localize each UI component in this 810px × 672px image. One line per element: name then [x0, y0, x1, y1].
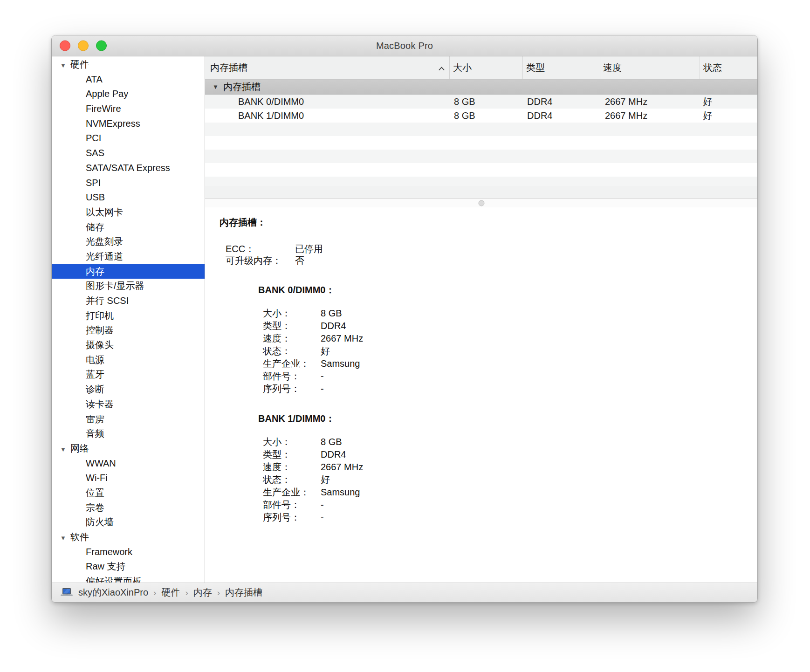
detail-row-serial-number: 序列号：- — [263, 383, 753, 395]
cell-speed: 2667 MHz — [600, 110, 700, 121]
sidebar-group-network[interactable]: ▼网络 — [52, 441, 205, 456]
sidebar-group-label: 硬件 — [70, 59, 89, 69]
sidebar-item-memory[interactable]: 内存 — [52, 264, 205, 279]
sidebar-item-firewall[interactable]: 防火墙 — [52, 515, 205, 530]
table-row-bank0[interactable]: BANK 0/DIMM0 8 GB DDR4 2667 MHz 好 — [205, 95, 757, 109]
sidebar-item-power[interactable]: 电源 — [52, 353, 205, 368]
status-bar: sky的XiaoXinPro › 硬件 › 内存 › 内存插槽 — [52, 583, 757, 602]
sidebar-item-preference-panes[interactable]: 偏好设置面板 — [52, 574, 205, 583]
sidebar-item-raw-support[interactable]: Raw 支持 — [52, 559, 205, 574]
detail-value: - — [321, 384, 324, 394]
breadcrumb: sky的XiaoXinPro › 硬件 › 内存 › 内存插槽 — [78, 586, 262, 599]
detail-value: Samsung — [321, 358, 360, 369]
title-bar[interactable]: MacBook Pro — [52, 35, 757, 56]
column-header-status[interactable]: 状态 — [700, 56, 757, 79]
sidebar-item-fibre-channel[interactable]: 光纤通道 — [52, 249, 205, 264]
sidebar-item-ata[interactable]: ATA — [52, 72, 205, 87]
sidebar-item-graphics-displays[interactable]: 图形卡/显示器 — [52, 279, 205, 294]
disclosure-triangle-icon[interactable]: ▼ — [60, 58, 70, 73]
zoom-button[interactable] — [96, 41, 107, 51]
detail-label: 部件号： — [263, 499, 321, 511]
sidebar-group-label: 软件 — [70, 532, 89, 542]
detail-row-part-number: 部件号：- — [263, 370, 753, 383]
breadcrumb-memory: 内存 — [193, 586, 212, 599]
table-group-row-memory-slots[interactable]: ▼ 内存插槽 — [205, 80, 757, 95]
disclosure-triangle-icon[interactable]: ▼ — [60, 531, 70, 546]
sidebar-item-audio[interactable]: 音频 — [52, 426, 205, 441]
detail-row-type: 类型：DDR4 — [263, 448, 753, 461]
cell-speed: 2667 MHz — [600, 96, 700, 107]
detail-label: 生产企业： — [263, 486, 321, 499]
detail-value: - — [321, 371, 324, 381]
sidebar-item-wifi[interactable]: Wi-Fi — [52, 471, 205, 486]
detail-value: 好 — [321, 474, 330, 485]
detail-value: 已停用 — [295, 244, 323, 254]
sidebar-group-hardware[interactable]: ▼硬件 — [52, 57, 205, 72]
sidebar-item-nvmexpress[interactable]: NVMExpress — [52, 117, 205, 131]
sidebar-item-framework[interactable]: Framework — [52, 545, 205, 560]
detail-value: 8 GB — [321, 437, 342, 447]
sidebar-item-pci[interactable]: PCI — [52, 131, 205, 146]
detail-row-size: 大小：8 GB — [263, 436, 753, 448]
detail-row-type: 类型：DDR4 — [263, 320, 753, 332]
sidebar-item-disc-burning[interactable]: 光盘刻录 — [52, 234, 205, 249]
detail-value: 否 — [295, 255, 304, 266]
column-header-type[interactable]: 类型 — [522, 56, 600, 79]
sidebar-item-sas[interactable]: SAS — [52, 146, 205, 161]
pane-splitter[interactable] — [205, 199, 757, 207]
sidebar-item-controllers[interactable]: 控制器 — [52, 323, 205, 338]
sidebar-item-storage[interactable]: 储存 — [52, 220, 205, 235]
column-header-speed[interactable]: 速度 — [600, 56, 700, 79]
detail-row-upgradable: 可升级内存：否 — [226, 255, 753, 267]
column-header-label: 状态 — [703, 62, 722, 74]
detail-value: 8 GB — [321, 308, 342, 318]
detail-row-manufacturer: 生产企业：Samsung — [263, 357, 753, 370]
sidebar-item-diagnostics[interactable]: 诊断 — [52, 382, 205, 397]
sidebar-item-card-reader[interactable]: 读卡器 — [52, 397, 205, 412]
column-header-size[interactable]: 大小 — [449, 56, 522, 79]
sidebar-item-usb[interactable]: USB — [52, 190, 205, 205]
detail-label: 速度： — [263, 332, 321, 345]
sidebar-item-apple-pay[interactable]: Apple Pay — [52, 87, 205, 102]
column-header-label: 速度 — [603, 62, 622, 74]
breadcrumb-hardware: 硬件 — [161, 586, 180, 599]
detail-row-speed: 速度：2667 MHz — [263, 461, 753, 473]
close-button[interactable] — [60, 41, 70, 51]
sidebar-item-wwan[interactable]: WWAN — [52, 456, 205, 471]
sidebar-item-locations[interactable]: 位置 — [52, 486, 205, 501]
sidebar-item-camera[interactable]: 摄像头 — [52, 338, 205, 353]
table-row-bank1[interactable]: BANK 1/DIMM0 8 GB DDR4 2667 MHz 好 — [205, 109, 757, 123]
detail-value: 2667 MHz — [321, 333, 363, 343]
sidebar-group-software[interactable]: ▼软件 — [52, 530, 205, 545]
column-header-memory-slots[interactable]: 内存插槽 — [205, 56, 449, 79]
sidebar-item-thunderbolt[interactable]: 雷雳 — [52, 412, 205, 427]
traffic-lights — [60, 41, 107, 51]
sidebar-item-bluetooth[interactable]: 蓝牙 — [52, 367, 205, 382]
sidebar-item-spi[interactable]: SPI — [52, 176, 205, 191]
sidebar-group-label: 网络 — [70, 443, 89, 453]
detail-label: 部件号： — [263, 370, 321, 383]
sidebar-item-firewire[interactable]: FireWire — [52, 102, 205, 117]
disclosure-triangle-icon[interactable]: ▼ — [60, 442, 70, 457]
minimize-button[interactable] — [78, 41, 89, 51]
detail-label: 序列号： — [263, 511, 321, 524]
detail-label: 可升级内存： — [226, 255, 295, 267]
sidebar-item-volumes[interactable]: 宗卷 — [52, 501, 205, 515]
sidebar-item-sata[interactable]: SATA/SATA Express — [52, 161, 205, 176]
chevron-right-icon: › — [153, 588, 156, 598]
system-information-window: MacBook Pro ▼硬件 ATA Apple Pay FireWire N… — [51, 35, 758, 603]
detail-row-speed: 速度：2667 MHz — [263, 332, 753, 345]
breadcrumb-device: sky的XiaoXinPro — [78, 586, 148, 599]
column-header-label: 类型 — [526, 62, 545, 74]
detail-label: 生产企业： — [263, 357, 321, 370]
detail-label: 类型： — [263, 448, 321, 461]
sidebar-item-printers[interactable]: 打印机 — [52, 309, 205, 323]
sidebar-item-parallel-scsi[interactable]: 并行 SCSI — [52, 294, 205, 309]
table-header: 内存插槽 大小 类型 速度 状态 — [205, 56, 757, 80]
cell-type: DDR4 — [522, 110, 600, 121]
disclosure-triangle-icon[interactable]: ▼ — [213, 83, 223, 90]
chevron-right-icon: › — [217, 588, 220, 598]
sidebar: ▼硬件 ATA Apple Pay FireWire NVMExpress PC… — [52, 56, 205, 583]
detail-label: 大小： — [263, 307, 321, 320]
sidebar-item-ethernet[interactable]: 以太网卡 — [52, 205, 205, 220]
